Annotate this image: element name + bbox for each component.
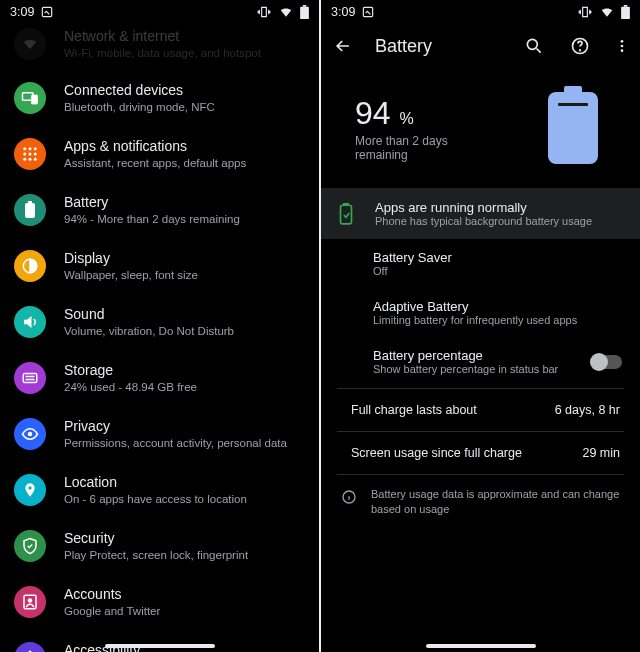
- svg-rect-2: [303, 5, 307, 7]
- divider: [337, 388, 624, 389]
- accessibility-icon: [14, 642, 46, 652]
- battery-icon: [14, 194, 46, 226]
- option-title: Adaptive Battery: [373, 299, 610, 314]
- row-subtitle: Wi-Fi, mobile, data usage, and hotspot: [64, 46, 261, 60]
- settings-row-sound[interactable]: SoundVolume, vibration, Do Not Disturb: [0, 294, 319, 350]
- svg-point-29: [621, 40, 624, 43]
- svg-rect-25: [624, 5, 628, 7]
- settings-row-storage[interactable]: Storage24% used - 48.94 GB free: [0, 350, 319, 406]
- svg-point-6: [29, 147, 32, 150]
- back-button[interactable]: [329, 32, 357, 60]
- row-subtitle: 94% - More than 2 days remaining: [64, 212, 240, 226]
- gesture-nav-bar[interactable]: [105, 644, 215, 648]
- storage-icon: [14, 362, 46, 394]
- settings-row-accounts[interactable]: AccountsGoogle and Twitter: [0, 574, 319, 630]
- settings-row-display[interactable]: DisplayWallpaper, sleep, font size: [0, 238, 319, 294]
- svg-point-21: [28, 598, 33, 603]
- settings-row-accessibility[interactable]: AccessibilityScreen readers, display, in…: [0, 630, 319, 652]
- apps-running-card[interactable]: Apps are running normally Phone has typi…: [321, 188, 640, 239]
- footnote-text: Battery usage data is approximate and ca…: [371, 487, 620, 517]
- row-title: Location: [64, 474, 247, 492]
- svg-point-11: [23, 158, 26, 161]
- svg-rect-35: [341, 205, 352, 224]
- settings-row-location[interactable]: LocationOn - 6 apps have access to locat…: [0, 462, 319, 518]
- vibrate-icon: [577, 5, 593, 19]
- settings-row-devices[interactable]: Connected devicesBluetooth, driving mode…: [0, 70, 319, 126]
- stat-screen-usage[interactable]: Screen usage since full charge 29 min: [321, 434, 640, 472]
- svg-point-26: [527, 39, 537, 49]
- security-icon: [14, 530, 46, 562]
- gesture-nav-bar[interactable]: [426, 644, 536, 648]
- status-bar-left: 3:09: [0, 0, 319, 24]
- row-title: Security: [64, 530, 248, 548]
- display-icon: [14, 250, 46, 282]
- battery-remaining-subtitle: More than 2 days remaining: [355, 134, 475, 162]
- row-subtitle: On - 6 apps have access to location: [64, 492, 247, 506]
- stat-label: Full charge lasts about: [351, 403, 477, 417]
- svg-point-19: [28, 486, 31, 489]
- option-battery-percentage[interactable]: Battery percentage Show battery percenta…: [321, 337, 640, 386]
- battery-percentage-toggle[interactable]: [592, 355, 622, 369]
- battery-status-icon: [621, 5, 630, 19]
- stat-value: 29 min: [582, 446, 620, 460]
- svg-point-9: [29, 153, 32, 156]
- option-subtitle: Limiting battery for infrequently used a…: [373, 314, 610, 326]
- search-button[interactable]: [520, 32, 548, 60]
- settings-row-apps[interactable]: Apps & notificationsAssistant, recent ap…: [0, 126, 319, 182]
- stat-full-charge[interactable]: Full charge lasts about 6 days, 8 hr: [321, 391, 640, 429]
- screenshot-icon: [361, 5, 375, 19]
- option-title: Battery Saver: [373, 250, 610, 265]
- settings-row-privacy[interactable]: PrivacyPermissions, account activity, pe…: [0, 406, 319, 462]
- privacy-icon: [14, 418, 46, 450]
- settings-row-battery[interactable]: Battery94% - More than 2 days remaining: [0, 182, 319, 238]
- row-subtitle: Assistant, recent apps, default apps: [64, 156, 246, 170]
- stat-value: 6 days, 8 hr: [555, 403, 620, 417]
- svg-rect-33: [548, 92, 598, 164]
- settings-row-network[interactable]: Network & internet Wi-Fi, mobile, data u…: [0, 24, 319, 70]
- row-title: Sound: [64, 306, 234, 324]
- location-icon: [14, 474, 46, 506]
- svg-rect-17: [23, 374, 37, 383]
- sound-icon: [14, 306, 46, 338]
- page-title: Battery: [375, 36, 502, 57]
- info-icon: [341, 489, 357, 505]
- divider: [337, 474, 624, 475]
- settings-row-security[interactable]: SecurityPlay Protect, screen lock, finge…: [0, 518, 319, 574]
- row-title: Connected devices: [64, 82, 215, 100]
- battery-ok-icon: [335, 203, 357, 225]
- svg-rect-14: [25, 203, 35, 218]
- status-time: 3:09: [331, 5, 355, 19]
- wifi-icon: [14, 28, 46, 60]
- svg-point-7: [34, 147, 37, 150]
- card-subtitle: Phone has typical background battery usa…: [375, 215, 592, 227]
- wifi-icon: [278, 5, 294, 19]
- appbar: Battery: [321, 24, 640, 64]
- apps-icon: [14, 138, 46, 170]
- row-title: Privacy: [64, 418, 287, 436]
- percent-symbol: %: [399, 110, 413, 127]
- status-time: 3:09: [10, 5, 34, 19]
- overflow-menu-button[interactable]: [612, 32, 632, 60]
- svg-rect-1: [300, 7, 309, 19]
- settings-screen: 3:09 Network & internet Wi-Fi, mobile, d…: [0, 0, 319, 652]
- devices-icon: [14, 82, 46, 114]
- svg-rect-4: [32, 95, 38, 104]
- option-battery-saver[interactable]: Battery Saver Off: [321, 239, 640, 288]
- option-adaptive-battery[interactable]: Adaptive Battery Limiting battery for in…: [321, 288, 640, 337]
- row-subtitle: 24% used - 48.94 GB free: [64, 380, 197, 394]
- card-title: Apps are running normally: [375, 200, 592, 215]
- row-title: Accounts: [64, 586, 160, 604]
- row-subtitle: Bluetooth, driving mode, NFC: [64, 100, 215, 114]
- row-subtitle: Volume, vibration, Do Not Disturb: [64, 324, 234, 338]
- option-subtitle: Show battery percentage in status bar: [373, 363, 558, 375]
- vibrate-icon: [256, 5, 272, 19]
- battery-percent-value: 94: [355, 95, 391, 131]
- svg-rect-36: [344, 203, 348, 205]
- row-title: Apps & notifications: [64, 138, 246, 156]
- status-bar-right: 3:09: [321, 0, 640, 24]
- screenshot-icon: [40, 5, 54, 19]
- help-button[interactable]: [566, 32, 594, 60]
- svg-rect-15: [28, 201, 32, 203]
- svg-point-28: [580, 50, 581, 51]
- svg-point-18: [28, 432, 33, 437]
